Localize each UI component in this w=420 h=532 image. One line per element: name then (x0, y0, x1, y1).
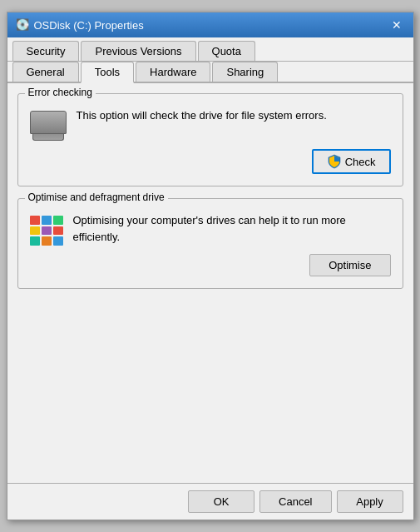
footer: OK Cancel Apply (7, 483, 413, 520)
tab-previous-versions[interactable]: Previous Versions (81, 41, 195, 61)
hdd-body (30, 111, 67, 134)
cancel-button[interactable]: Cancel (259, 490, 331, 513)
tab-content: Error checking This option will check th… (7, 83, 413, 483)
error-checking-group: Error checking This option will check th… (17, 93, 403, 186)
optimise-content: Optimising your computer's drives can he… (30, 212, 391, 246)
block-6 (53, 226, 63, 236)
block-9 (53, 236, 63, 246)
close-button[interactable]: ✕ (388, 17, 405, 33)
title-bar: 💽 OSDisk (C:) Properties ✕ (7, 12, 413, 37)
optimise-label: Optimise and defragment drive (25, 191, 168, 203)
check-button-label: Check (345, 156, 376, 168)
tab-row-1: Security Previous Versions Quota (7, 37, 413, 62)
block-4 (30, 226, 40, 236)
block-1 (30, 216, 40, 225)
apply-label: Apply (356, 495, 383, 508)
optimise-action: Optimise (30, 254, 391, 276)
ok-button[interactable]: OK (188, 490, 254, 513)
optimise-button-label: Optimise (329, 259, 371, 271)
tab-row-2: General Tools Hardware Sharing (7, 62, 413, 83)
tab-security[interactable]: Security (12, 41, 80, 61)
window-title: OSDisk (C:) Properties (34, 19, 144, 32)
error-checking-description: This option will check the drive for fil… (77, 107, 391, 124)
cancel-label: Cancel (279, 495, 312, 508)
error-checking-action: Check (30, 149, 391, 174)
shield-icon (327, 154, 342, 169)
window-icon: 💽 (16, 18, 29, 32)
apply-button[interactable]: Apply (337, 490, 403, 513)
ok-label: OK (214, 495, 230, 508)
tab-tools[interactable]: Tools (81, 62, 134, 83)
optimise-description: Optimising your computer's drives can he… (73, 212, 391, 245)
hdd-icon-container (30, 111, 67, 141)
optimise-button[interactable]: Optimise (309, 254, 390, 276)
block-7 (30, 236, 40, 246)
hdd-base (32, 134, 64, 141)
title-bar-left: 💽 OSDisk (C:) Properties (16, 18, 144, 32)
block-5 (42, 226, 52, 236)
tab-general[interactable]: General (12, 62, 79, 82)
tab-quota[interactable]: Quota (198, 41, 255, 61)
tab-sharing[interactable]: Sharing (212, 62, 278, 82)
error-checking-label: Error checking (25, 87, 96, 98)
block-8 (42, 236, 52, 246)
check-button[interactable]: Check (312, 149, 391, 174)
block-2 (42, 216, 52, 225)
properties-window: 💽 OSDisk (C:) Properties ✕ Security Prev… (7, 12, 414, 520)
defrag-icon (30, 216, 63, 246)
tab-hardware[interactable]: Hardware (136, 62, 210, 82)
block-3 (53, 216, 63, 225)
error-checking-content: This option will check the drive for fil… (30, 107, 391, 141)
optimise-group: Optimise and defragment drive Optimising… (17, 198, 403, 289)
